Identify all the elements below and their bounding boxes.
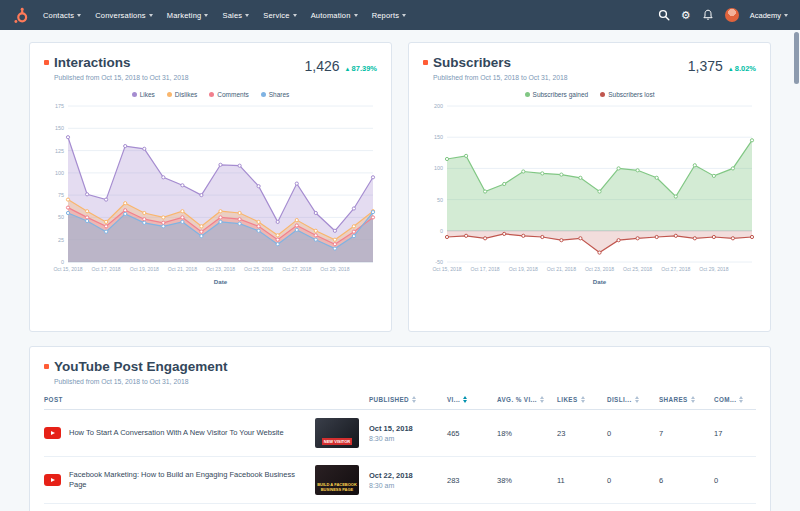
legend-item[interactable]: Likes [132, 91, 155, 98]
delta-value: ▲87.39% [345, 64, 377, 73]
video-thumbnail[interactable]: NEW VISITOR [315, 418, 359, 448]
likes-cell: 11 [557, 476, 607, 485]
shares-cell: 7 [659, 429, 714, 438]
svg-text:Date: Date [214, 278, 228, 285]
column-header-comments[interactable]: COM... [714, 396, 756, 403]
subscribers-chart: -50050100150200Oct 15, 2018Oct 17, 2018O… [423, 101, 758, 286]
column-header-avg-viewed[interactable]: AVG. % VI... [497, 396, 557, 403]
svg-text:Oct 25, 2018: Oct 25, 2018 [623, 266, 652, 272]
shares-cell: 6 [659, 476, 714, 485]
trend-up-icon: ▲ [345, 66, 351, 72]
svg-text:50: 50 [437, 197, 443, 203]
svg-text:Date: Date [593, 278, 607, 285]
dislikes-cell: 0 [607, 429, 659, 438]
report-bullet-icon [44, 364, 49, 369]
chart-legend: LikesDislikesCommentsShares [44, 91, 377, 98]
svg-text:Oct 29, 2018: Oct 29, 2018 [699, 266, 728, 272]
card-subtitle: Published from Oct 15, 2018 to Oct 31, 2… [433, 74, 568, 81]
sort-icon [540, 396, 544, 403]
svg-text:-50: -50 [435, 259, 443, 265]
hubspot-logo[interactable] [12, 7, 29, 24]
nav-item-service[interactable]: Service [263, 11, 296, 20]
sort-icon [635, 396, 639, 403]
avatar[interactable] [725, 8, 739, 22]
sort-icon [581, 396, 585, 403]
video-thumbnail[interactable]: BUILD A FACEBOOK BUSINESS PAGE [315, 465, 359, 495]
chevron-down-icon [204, 14, 208, 17]
legend-item[interactable]: Dislikes [167, 91, 197, 98]
card-title: Subscribers [433, 55, 511, 70]
post-title-link[interactable]: How To Start A Conversation With A New V… [69, 428, 307, 439]
nav-item-marketing[interactable]: Marketing [167, 11, 209, 20]
legend-item[interactable]: Shares [261, 91, 290, 98]
column-header-shares[interactable]: SHARES [659, 396, 714, 403]
report-bullet-icon [44, 60, 49, 65]
column-header-views[interactable]: VI... [447, 396, 497, 403]
account-menu[interactable]: Academy [750, 11, 788, 20]
youtube-icon [44, 474, 61, 486]
svg-text:100: 100 [434, 165, 443, 171]
svg-text:Oct 27, 2018: Oct 27, 2018 [661, 266, 690, 272]
scrollbar-thumb[interactable] [794, 32, 799, 84]
table-subtitle: Published from Oct 15, 2018 to Oct 31, 2… [54, 378, 756, 385]
column-header-published[interactable]: PUBLISHED [369, 396, 447, 403]
total-value: 1,375 [688, 58, 723, 74]
column-header-dislikes[interactable]: DISLI... [607, 396, 659, 403]
trend-up-icon: ▲ [728, 66, 734, 72]
svg-text:0: 0 [61, 259, 64, 265]
svg-text:0: 0 [440, 228, 443, 234]
comments-cell: 17 [714, 429, 756, 438]
card-subtitle: Published from Oct 15, 2018 to Oct 31, 2… [54, 74, 189, 81]
chevron-down-icon [77, 14, 81, 17]
chevron-down-icon [293, 14, 297, 17]
table-row[interactable]: How To Start A Conversation With A New V… [44, 410, 756, 457]
legend-item[interactable]: Comments [209, 91, 248, 98]
avg-viewed-cell: 18% [497, 429, 557, 438]
scrollbar[interactable] [794, 32, 799, 508]
likes-cell: 23 [557, 429, 607, 438]
interactions-card: Interactions Published from Oct 15, 2018… [29, 42, 392, 332]
post-title-link[interactable]: Facebook Marketing: How to Build an Enga… [69, 470, 307, 491]
youtube-icon [44, 427, 61, 439]
nav-item-conversations[interactable]: Conversations [95, 11, 153, 20]
dashboard-content: Interactions Published from Oct 15, 2018… [0, 30, 800, 511]
svg-text:Oct 25, 2018: Oct 25, 2018 [244, 266, 273, 272]
svg-text:Oct 19, 2018: Oct 19, 2018 [509, 266, 538, 272]
nav-item-reports[interactable]: Reports [372, 11, 407, 20]
views-cell: 465 [447, 429, 497, 438]
column-header-likes[interactable]: LIKES [557, 396, 607, 403]
sort-icon [463, 396, 467, 403]
dislikes-cell: 0 [607, 476, 659, 485]
sort-icon [739, 396, 743, 403]
svg-text:125: 125 [55, 148, 64, 154]
svg-text:200: 200 [434, 103, 443, 109]
legend-label: Comments [217, 91, 248, 98]
legend-label: Likes [140, 91, 155, 98]
svg-text:150: 150 [55, 125, 64, 131]
table-row[interactable]: Facebook Marketing: How to Build an Enga… [44, 457, 756, 504]
legend-item[interactable]: Subscribers gained [525, 91, 589, 98]
svg-text:Oct 21, 2018: Oct 21, 2018 [168, 266, 197, 272]
nav-item-contacts[interactable]: Contacts [43, 11, 81, 20]
svg-text:75: 75 [58, 192, 64, 198]
gear-icon[interactable]: ⚙ [681, 10, 691, 21]
svg-text:25: 25 [58, 237, 64, 243]
legend-dot-icon [600, 92, 605, 97]
legend-label: Shares [269, 91, 290, 98]
avg-viewed-cell: 38% [497, 476, 557, 485]
legend-dot-icon [132, 92, 137, 97]
table-title: YouTube Post Engagement [54, 359, 228, 374]
nav-item-automation[interactable]: Automation [311, 11, 358, 20]
column-header-post[interactable]: POST [44, 396, 369, 403]
chevron-down-icon [354, 14, 358, 17]
svg-text:Oct 17, 2018: Oct 17, 2018 [92, 266, 121, 272]
nav-item-sales[interactable]: Sales [222, 11, 249, 20]
svg-text:Oct 23, 2018: Oct 23, 2018 [585, 266, 614, 272]
legend-dot-icon [167, 92, 172, 97]
report-bullet-icon [423, 60, 428, 65]
svg-text:Oct 21, 2018: Oct 21, 2018 [547, 266, 576, 272]
legend-item[interactable]: Subscribers lost [600, 91, 654, 98]
bell-icon[interactable] [702, 9, 714, 21]
svg-text:50: 50 [58, 214, 64, 220]
search-icon[interactable] [658, 9, 670, 21]
